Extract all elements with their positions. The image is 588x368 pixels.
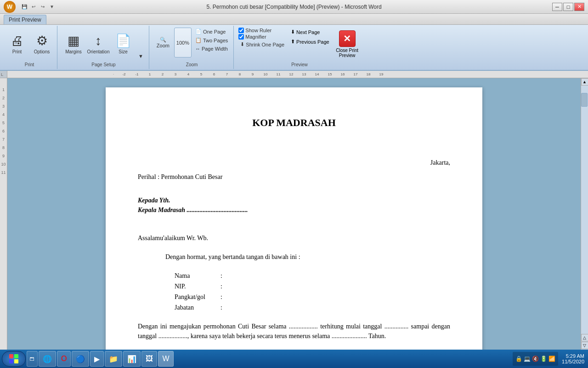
field-pangkat-colon: : [220,292,230,302]
clock: 5:29 AM 11/5/2020 [560,353,586,364]
title-bar-left: W 💾 ↩ ↪ ▼ [4,1,56,13]
shrink-one-page-button[interactable]: ⬇ Shrink One Page [238,40,286,48]
scroll-prev-page[interactable]: △ [581,334,588,341]
close-print-preview-button[interactable]: ✕ Close Print Preview [334,28,361,61]
page-width-button[interactable]: ↔ Page Width [193,45,230,52]
margins-icon: ▦ [68,33,79,48]
opera-taskbar-btn[interactable]: O [57,351,71,367]
page-setup-expand-btn[interactable]: ▼ [136,52,145,60]
zoom-value: 100% [176,40,189,46]
document-page: KOP MADRASAH Jakarta, Perihal : Permohon… [106,87,482,357]
vertical-scrollbar[interactable]: ▲ △ ▽ ▼ [581,78,588,357]
word-taskbar-btn[interactable]: W [158,351,173,367]
zoom-group-content: 🔍 Zoom 100% 📄 One Page 📋 Two Pages ↔ Pag… [154,28,230,61]
preview-group-label: Preview [291,62,308,67]
zoom-button[interactable]: 🔍 Zoom [154,28,172,58]
tray-icon-5: 📶 [548,356,555,362]
orientation-icon: ↕ [95,34,102,48]
excel-icon: 📊 [127,355,136,363]
close-print-preview-icon: ✕ [339,30,356,47]
opera-icon: O [61,355,67,363]
horizontal-ruler: L · -2 -1 1 2 3 4 5 6 7 8 9 10 11 12 13 … [0,71,588,78]
shrink-icon: ⬇ [240,41,244,47]
show-desktop-btn[interactable]: 🗔 [27,351,38,367]
save-qat-btn[interactable]: 💾 [20,3,28,11]
maximize-button[interactable]: □ [563,3,573,11]
close-button[interactable]: ✕ [574,3,584,11]
zoom-group-label: Zoom [186,62,198,67]
tray-icon-1: 🔒 [515,356,522,362]
window-controls: ─ □ ✕ [552,3,584,11]
magnifier-check[interactable] [238,34,244,40]
date-line: Jakarta, [138,158,450,167]
field-row-jabatan: Jabatan : [175,303,450,312]
winamp-icon: ▶ [94,355,100,363]
options-button[interactable]: ⚙ Options [30,28,53,60]
magnifier-checkbox[interactable]: Magnifier [238,34,286,40]
minimize-button[interactable]: ─ [552,3,562,11]
margins-button[interactable]: ▦ Margins [62,28,85,60]
page-setup-group-content: ▦ Margins ↕ Orientation 📄 Size ▼ [62,28,145,61]
document-title: KOP MADRASAH [138,115,450,130]
one-page-button[interactable]: 📄 One Page [193,28,230,35]
window-title: 5. Permohon cuti besar [Compatibility Mo… [206,4,381,10]
kepada-yth: Kepada Yth. [138,196,450,205]
excel-taskbar-btn[interactable]: 📊 [123,351,141,367]
taskbar-right: 🔒 💻 🔇 🔋 📶 5:29 AM 11/5/2020 [513,352,586,366]
svg-rect-1 [14,354,18,358]
two-pages-button[interactable]: 📋 Two Pages [193,36,230,44]
salam-line: Assalamu'alaikum Wr. Wb. [138,233,450,243]
scroll-up-arrow[interactable]: ▲ [581,78,588,86]
field-nip-label: NIP. [175,282,220,291]
print-button[interactable]: 🖨 Print [6,28,28,60]
ribbon-group-preview: Show Ruler Magnifier ⬇ Shrink One Page ⬇… [235,26,364,69]
office-button[interactable]: W [4,1,16,13]
page-setup-group-label: Page Setup [91,62,115,67]
one-page-icon: 📄 [195,29,202,34]
print-group-label: Print [25,62,34,67]
svg-rect-3 [14,359,18,363]
svg-rect-0 [9,354,13,358]
options-icon: ⚙ [36,33,48,48]
preview-group-content: Show Ruler Magnifier ⬇ Shrink One Page ⬇… [238,28,360,61]
system-tray: 🔒 💻 🔇 🔋 📶 [513,352,558,366]
start-button[interactable] [2,351,26,367]
prev-page-button[interactable]: ⬆ Previous Page [288,37,332,46]
zoom-percent-button[interactable]: 100% [174,28,192,58]
dengan-hormat: Dengan hormat, yang bertanda tangan di b… [165,252,450,262]
field-jabatan-label: Jabatan [175,303,220,312]
scroll-track [581,86,588,334]
preview-options-column: Show Ruler Magnifier ⬇ Shrink One Page [238,28,286,48]
show-ruler-checkbox[interactable]: Show Ruler [238,28,286,33]
folder-icon: 📁 [109,355,118,363]
print-preview-tab[interactable]: Print Preview [4,15,46,24]
tray-icon-2: 💻 [524,356,531,362]
windows-logo [8,353,19,364]
explorer-taskbar-btn[interactable]: 📁 [105,351,122,367]
scroll-next-page[interactable]: ▽ [581,342,588,349]
time-display: 5:29 AM [562,353,584,359]
taskbar: 🗔 🌐 O 🔵 ▶ 📁 📊 🖼 W 🔒 💻 🔇 🔋 📶 5:29 AM 11/5… [0,350,588,368]
field-nip-colon: : [220,282,230,291]
redo-qat-btn[interactable]: ↪ [39,3,47,11]
ie-taskbar-btn[interactable]: 🌐 [39,351,56,367]
orientation-button[interactable]: ↕ Orientation [87,28,110,60]
qat-dropdown[interactable]: ▼ [48,3,56,11]
size-icon: 📄 [115,33,131,48]
ribbon-group-print: 🖨 Print ⚙ Options Print [2,26,57,69]
winamp-taskbar-btn[interactable]: ▶ [90,351,104,367]
size-button[interactable]: 📄 Size [112,28,135,60]
word-icon: W [162,355,169,363]
chrome-taskbar-btn[interactable]: 🔵 [72,351,89,367]
next-page-button[interactable]: ⬇ Next Page [288,28,332,36]
zoom-options-column: 📄 One Page 📋 Two Pages ↔ Page Width [193,28,230,52]
field-jabatan-colon: : [220,303,230,312]
perihal-line: Perihal : Permohonan Cuti Besar [138,172,450,182]
undo-qat-btn[interactable]: ↩ [29,3,38,11]
scroll-thumb[interactable] [581,93,588,107]
photos-taskbar-btn[interactable]: 🖼 [141,351,157,367]
svg-rect-2 [9,359,13,363]
document-area[interactable]: KOP MADRASAH Jakarta, Perihal : Permohon… [7,78,581,357]
show-ruler-check[interactable] [238,28,244,33]
kepada-block: Kepada Yth. Kepala Madrasah ............… [138,196,450,215]
